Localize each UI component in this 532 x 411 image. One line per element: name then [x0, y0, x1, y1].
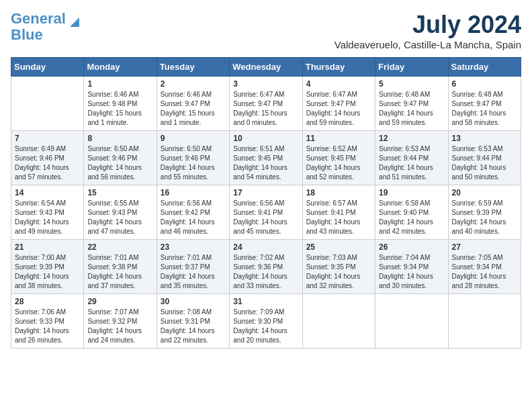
cell-sun-data: Sunrise: 7:09 AMSunset: 9:30 PMDaylight:… [233, 308, 298, 345]
calendar-cell: 22Sunrise: 7:01 AMSunset: 9:38 PMDayligh… [84, 240, 157, 294]
weekday-header-friday: Friday [375, 58, 448, 77]
calendar-cell: 9Sunrise: 6:50 AMSunset: 9:46 PMDaylight… [157, 131, 229, 185]
cell-sun-data: Sunrise: 7:04 AMSunset: 9:34 PMDaylight:… [379, 253, 444, 291]
day-number: 18 [306, 188, 371, 197]
calendar-cell: 21Sunrise: 7:00 AMSunset: 9:39 PMDayligh… [11, 240, 84, 294]
day-number: 22 [87, 242, 152, 252]
day-number: 30 [161, 297, 226, 306]
day-number: 4 [306, 79, 371, 89]
calendar-week-row: 1Sunrise: 6:46 AMSunset: 9:48 PMDaylight… [11, 77, 521, 131]
calendar-cell: 24Sunrise: 7:02 AMSunset: 9:36 PMDayligh… [230, 240, 302, 294]
day-number: 10 [233, 134, 298, 143]
cell-sun-data: Sunrise: 6:55 AMSunset: 9:43 PMDaylight:… [87, 199, 152, 236]
calendar-week-row: 21Sunrise: 7:00 AMSunset: 9:39 PMDayligh… [11, 240, 521, 294]
calendar-cell [448, 294, 521, 349]
cell-sun-data: Sunrise: 6:57 AMSunset: 9:41 PMDaylight:… [306, 199, 371, 236]
calendar-cell: 29Sunrise: 7:07 AMSunset: 9:32 PMDayligh… [84, 294, 157, 349]
location-subtitle: Valdeaveruelo, Castille-La Mancha, Spain [335, 39, 521, 50]
day-number: 15 [87, 188, 152, 197]
day-number: 29 [87, 297, 152, 306]
calendar-week-row: 14Sunrise: 6:54 AMSunset: 9:43 PMDayligh… [11, 185, 521, 240]
day-number: 3 [233, 79, 298, 89]
day-number: 6 [452, 79, 517, 89]
cell-sun-data: Sunrise: 7:08 AMSunset: 9:31 PMDaylight:… [161, 308, 226, 345]
logo-general: General [11, 10, 66, 27]
logo-blue: Blue [11, 26, 43, 43]
cell-sun-data: Sunrise: 7:03 AMSunset: 9:35 PMDaylight:… [306, 253, 371, 291]
weekday-header-sunday: Sunday [11, 58, 84, 77]
calendar-cell: 27Sunrise: 7:05 AMSunset: 9:34 PMDayligh… [448, 240, 521, 294]
calendar-week-row: 28Sunrise: 7:06 AMSunset: 9:33 PMDayligh… [11, 294, 521, 349]
calendar-cell: 26Sunrise: 7:04 AMSunset: 9:34 PMDayligh… [375, 240, 448, 294]
calendar-cell: 10Sunrise: 6:51 AMSunset: 9:45 PMDayligh… [230, 131, 302, 185]
weekday-header-row: SundayMondayTuesdayWednesdayThursdayFrid… [11, 58, 521, 77]
day-number: 16 [161, 188, 226, 197]
calendar-cell: 6Sunrise: 6:48 AMSunset: 9:47 PMDaylight… [448, 77, 521, 131]
cell-sun-data: Sunrise: 6:50 AMSunset: 9:46 PMDaylight:… [87, 144, 152, 182]
cell-sun-data: Sunrise: 7:00 AMSunset: 9:39 PMDaylight:… [15, 253, 80, 291]
cell-sun-data: Sunrise: 6:46 AMSunset: 9:48 PMDaylight:… [87, 90, 152, 128]
day-number: 27 [452, 242, 517, 252]
day-number: 17 [233, 188, 298, 197]
calendar-cell [302, 294, 375, 349]
cell-sun-data: Sunrise: 6:59 AMSunset: 9:39 PMDaylight:… [452, 199, 517, 236]
cell-sun-data: Sunrise: 6:54 AMSunset: 9:43 PMDaylight:… [15, 199, 80, 236]
calendar-cell: 12Sunrise: 6:53 AMSunset: 9:44 PMDayligh… [375, 131, 448, 185]
cell-sun-data: Sunrise: 7:07 AMSunset: 9:32 PMDaylight:… [87, 308, 152, 345]
day-number: 28 [15, 297, 80, 306]
calendar-cell: 23Sunrise: 7:01 AMSunset: 9:37 PMDayligh… [157, 240, 229, 294]
cell-sun-data: Sunrise: 6:52 AMSunset: 9:45 PMDaylight:… [306, 144, 371, 182]
day-number: 2 [161, 79, 226, 89]
cell-sun-data: Sunrise: 7:01 AMSunset: 9:37 PMDaylight:… [161, 253, 226, 291]
cell-sun-data: Sunrise: 7:01 AMSunset: 9:38 PMDaylight:… [87, 253, 152, 291]
cell-sun-data: Sunrise: 6:51 AMSunset: 9:45 PMDaylight:… [233, 144, 298, 182]
calendar-cell: 8Sunrise: 6:50 AMSunset: 9:46 PMDaylight… [84, 131, 157, 185]
calendar-cell: 31Sunrise: 7:09 AMSunset: 9:30 PMDayligh… [230, 294, 302, 349]
cell-sun-data: Sunrise: 6:48 AMSunset: 9:47 PMDaylight:… [379, 90, 444, 128]
svg-marker-0 [70, 17, 79, 27]
calendar-cell: 15Sunrise: 6:55 AMSunset: 9:43 PMDayligh… [84, 185, 157, 240]
cell-sun-data: Sunrise: 6:50 AMSunset: 9:46 PMDaylight:… [161, 144, 226, 182]
calendar-cell [375, 294, 448, 349]
calendar-cell: 25Sunrise: 7:03 AMSunset: 9:35 PMDayligh… [302, 240, 375, 294]
calendar-cell: 20Sunrise: 6:59 AMSunset: 9:39 PMDayligh… [448, 185, 521, 240]
day-number: 8 [87, 134, 152, 143]
weekday-header-thursday: Thursday [302, 58, 375, 77]
page-header: General Blue July 2024 Valdeaveruelo, Ca… [11, 11, 521, 50]
calendar-cell: 17Sunrise: 6:56 AMSunset: 9:41 PMDayligh… [230, 185, 302, 240]
calendar-cell: 7Sunrise: 6:49 AMSunset: 9:46 PMDaylight… [11, 131, 84, 185]
calendar-cell: 14Sunrise: 6:54 AMSunset: 9:43 PMDayligh… [11, 185, 84, 240]
calendar-cell: 3Sunrise: 6:47 AMSunset: 9:47 PMDaylight… [230, 77, 302, 131]
calendar-cell: 28Sunrise: 7:06 AMSunset: 9:33 PMDayligh… [11, 294, 84, 349]
day-number: 19 [379, 188, 444, 197]
calendar-cell: 18Sunrise: 6:57 AMSunset: 9:41 PMDayligh… [302, 185, 375, 240]
cell-sun-data: Sunrise: 6:53 AMSunset: 9:44 PMDaylight:… [379, 144, 444, 182]
day-number: 31 [233, 297, 298, 306]
day-number: 24 [233, 242, 298, 252]
calendar-cell: 16Sunrise: 6:56 AMSunset: 9:42 PMDayligh… [157, 185, 229, 240]
cell-sun-data: Sunrise: 6:56 AMSunset: 9:41 PMDaylight:… [233, 199, 298, 236]
calendar-cell: 13Sunrise: 6:53 AMSunset: 9:44 PMDayligh… [448, 131, 521, 185]
day-number: 14 [15, 188, 80, 197]
cell-sun-data: Sunrise: 6:46 AMSunset: 9:47 PMDaylight:… [161, 90, 226, 128]
cell-sun-data: Sunrise: 6:53 AMSunset: 9:44 PMDaylight:… [452, 144, 517, 182]
cell-sun-data: Sunrise: 6:48 AMSunset: 9:47 PMDaylight:… [452, 90, 517, 128]
day-number: 21 [15, 242, 80, 252]
calendar-cell: 11Sunrise: 6:52 AMSunset: 9:45 PMDayligh… [302, 131, 375, 185]
calendar-cell: 30Sunrise: 7:08 AMSunset: 9:31 PMDayligh… [157, 294, 229, 349]
day-number: 9 [161, 134, 226, 143]
weekday-header-monday: Monday [84, 58, 157, 77]
day-number: 23 [161, 242, 226, 252]
day-number: 25 [306, 242, 371, 252]
calendar-cell: 19Sunrise: 6:58 AMSunset: 9:40 PMDayligh… [375, 185, 448, 240]
logo-text-block: General Blue [11, 11, 82, 43]
day-number: 26 [379, 242, 444, 252]
day-number: 11 [306, 134, 371, 143]
calendar-cell [11, 77, 84, 131]
weekday-header-saturday: Saturday [448, 58, 521, 77]
logo-arrow-icon [67, 15, 82, 30]
day-number: 5 [379, 79, 444, 89]
logo: General Blue [11, 11, 82, 43]
cell-sun-data: Sunrise: 6:56 AMSunset: 9:42 PMDaylight:… [161, 199, 226, 236]
calendar-cell: 5Sunrise: 6:48 AMSunset: 9:47 PMDaylight… [375, 77, 448, 131]
